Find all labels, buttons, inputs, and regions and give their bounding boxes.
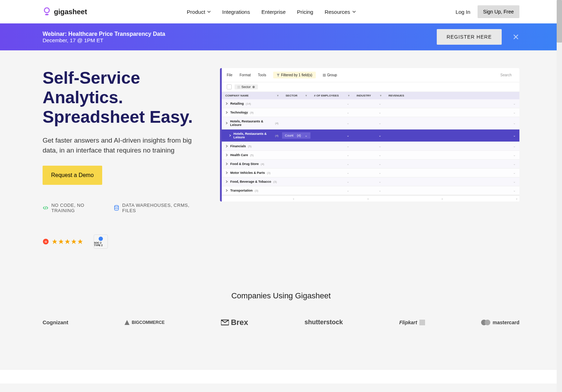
hero-title-line1: Self-Service Analytics. (43, 68, 140, 107)
hero-tags: NO CODE, NO TRAINING DATA WAREHOUSES, CR… (43, 203, 199, 213)
tag-datasources: DATA WAREHOUSES, CRMS, FILES (114, 203, 199, 213)
logo-bigcommerce-text: BIGCOMMERCE (132, 320, 165, 325)
scrollbar-thumb[interactable] (557, 0, 562, 43)
hero-section: Self-Service Analytics. Spreadsheet Easy… (0, 50, 562, 277)
logo[interactable]: gigasheet (43, 7, 87, 16)
nav-integrations[interactable]: Integrations (222, 9, 250, 15)
tag-datasources-label: DATA WAREHOUSES, CRMS, FILES (122, 203, 199, 213)
ss-cell (282, 101, 310, 106)
ss-header-sector: SECTOR▾ (282, 92, 310, 99)
nav-resources[interactable]: Resources (325, 9, 356, 15)
ss-cell: ⌄ (385, 151, 519, 159)
star-icon (58, 239, 64, 244)
ss-cell: ⌄ (385, 160, 519, 168)
ss-row: Retailing(14) ⌄ ⌄ ⌄ (222, 99, 519, 108)
ss-cell: Food & Drug Store(4) (222, 160, 282, 168)
ss-cell: Health Care(5) (222, 151, 282, 159)
scrollbar[interactable] (557, 0, 562, 383)
soc2-seal-icon (99, 237, 103, 241)
ss-cell: ⌄ (353, 186, 385, 195)
header-right: Log In Sign Up, Free (456, 5, 519, 18)
logo-flipkart: Flipkart (399, 318, 425, 327)
ss-cell-agg: Count (4) ⌄ (282, 132, 310, 139)
ss-row: Hotels, Restaurants & Leisure(4) Count (… (222, 129, 519, 142)
tag-nocode: NO CODE, NO TRAINING (43, 203, 105, 213)
ss-cell: Retailing(14) (222, 99, 282, 108)
ss-header-employees: # OF EMPLOYEES▾ (310, 92, 353, 99)
ss-toolbar: File Format Tools Filtered by 1 field(s)… (222, 68, 519, 82)
nav-pricing[interactable]: Pricing (297, 9, 313, 15)
ss-filter-chip: Filtered by 1 field(s) (273, 72, 316, 78)
nav-enterprise[interactable]: Enterprise (261, 9, 286, 15)
ss-menu-file: File (227, 73, 232, 77)
logo-shutterstock: shutterstock (304, 318, 343, 327)
svg-rect-7 (323, 76, 324, 77)
ss-chip-label: Sector (242, 85, 251, 89)
ss-footer-cell: ⌄ (371, 195, 445, 201)
ss-search: Search (497, 72, 514, 78)
ss-cell: ⌄ (353, 151, 385, 159)
svg-rect-10 (419, 320, 425, 325)
logo-mastercard-text: mastercard (492, 320, 519, 325)
tag-nocode-label: NO CODE, NO TRAINING (51, 203, 105, 213)
ss-group-chip: Group (323, 73, 337, 77)
ss-footer-cell: ⌄ (296, 195, 371, 201)
ss-expand-all-icon (227, 84, 232, 89)
ss-header-sector-label: SECTOR (286, 94, 297, 97)
svg-point-2 (115, 205, 119, 207)
login-link[interactable]: Log In (456, 9, 470, 15)
ss-cell (282, 153, 310, 158)
star-icon (52, 239, 57, 244)
ss-cell: ⌄ (310, 108, 353, 117)
ss-footer: ⌄ ⌄ ⌄ ⌄ (222, 195, 519, 201)
ss-cell: ⌄ (353, 169, 385, 177)
ss-footer-cell: ⌄ (222, 195, 296, 201)
database-icon (114, 205, 120, 211)
chevron-down-icon (207, 10, 211, 13)
ss-cell: ⌄ (353, 177, 385, 186)
svg-point-0 (44, 8, 49, 13)
ss-row: Food & Drug Store(4) ⌄ ⌄ ⌄ (222, 160, 519, 169)
ss-cell: ⌄ (353, 142, 385, 150)
chevron-right-icon (225, 171, 228, 174)
ss-cell: ⌄ (385, 142, 519, 150)
main-nav: Product Integrations Enterprise Pricing … (187, 9, 356, 15)
chevron-right-icon (225, 189, 228, 192)
star-icon (65, 239, 70, 244)
ss-menu-tools: Tools (258, 73, 266, 77)
ss-row: Transportation(3) ⌄ ⌄ ⌄ (222, 186, 519, 195)
code-icon (43, 205, 49, 211)
logo-brex: Brex (221, 318, 248, 327)
ss-row: Financials(5) ⌄ ⌄ ⌄ (222, 142, 519, 151)
ss-cell: ⌄ (310, 186, 353, 195)
ss-cell: ⌄ (310, 119, 353, 127)
request-demo-button[interactable]: Request a Demo (43, 166, 102, 185)
close-icon[interactable] (512, 33, 519, 40)
trust-badges: G SOC 2 TYPE 2 (43, 234, 199, 249)
ss-cell: ⌄ (385, 186, 519, 195)
ss-cell: ⌄ (310, 169, 353, 177)
star-icon (77, 239, 83, 244)
companies-title: Companies Using Gigasheet (43, 291, 519, 300)
ss-header-revenues: REVENUES (385, 92, 519, 99)
register-button[interactable]: REGISTER HERE (437, 29, 502, 45)
banner-text: Webinar: Healthcare Price Transparency D… (43, 31, 165, 43)
ss-cell (282, 121, 310, 126)
nav-product-label: Product (187, 9, 205, 15)
chevron-down-icon (352, 10, 356, 13)
g2-icon: G (43, 238, 49, 245)
flipkart-icon (419, 320, 425, 325)
ss-cell: ⌄ (353, 119, 385, 127)
star-rating (52, 239, 83, 244)
signup-button[interactable]: Sign Up, Free (478, 5, 519, 18)
banner-title: Webinar: Healthcare Price Transparency D… (43, 31, 165, 37)
ss-cell: ⌄ (385, 108, 519, 117)
ss-filter-label: Filtered by 1 field(s) (281, 73, 312, 77)
chevron-right-icon (225, 102, 228, 105)
filter-icon (277, 74, 280, 77)
ss-cell (282, 161, 310, 166)
chevron-right-icon (225, 145, 228, 148)
nav-product[interactable]: Product (187, 9, 211, 15)
ss-cell: ⌄ (385, 119, 519, 127)
svg-text:G: G (45, 240, 47, 243)
